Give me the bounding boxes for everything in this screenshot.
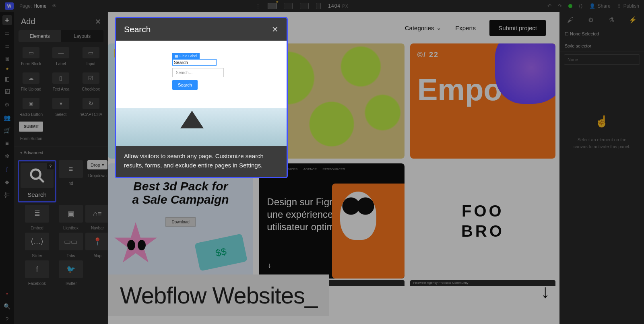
- facebook-icon: f: [25, 260, 49, 278]
- page-label: Page:: [19, 3, 32, 9]
- emp-blob-icon: [495, 43, 555, 104]
- search-tooltip: Search ✕ ▦ Field Label Search Search… Se…: [115, 17, 288, 178]
- page-icon[interactable]: 🗎: [2, 54, 12, 64]
- tab-elements[interactable]: Elements: [19, 30, 61, 42]
- element-input[interactable]: ▭Input: [77, 45, 105, 68]
- code-icon[interactable]: ⟨⟩: [579, 3, 583, 9]
- element-recaptcha[interactable]: ↻reCAPTCHA: [77, 95, 105, 119]
- tab-layouts[interactable]: Layouts: [61, 30, 104, 42]
- audit-icon[interactable]: ▪: [2, 289, 12, 298]
- section-advanced[interactable]: Advanced: [14, 147, 107, 158]
- element-form-block[interactable]: ▭Form Block: [17, 45, 45, 68]
- element-radio[interactable]: ◉Radio Button: [17, 95, 45, 119]
- card-figma[interactable]: DigidopSERVICESAGENCERESSOURCES Design s…: [259, 163, 404, 279]
- svg-point-0: [31, 169, 40, 179]
- star-icon: ★: [6, 67, 9, 71]
- left-rail: + ▭ ≣ 🗎 ★ ◧ 🖼 ⚙ 👥 🛒 ▣ ✻ ∫ ◆ {F ▪ 🔍 ?: [0, 12, 14, 324]
- download-button[interactable]: Download: [165, 217, 195, 227]
- element-file-upload[interactable]: ☁File Upload: [17, 70, 45, 94]
- nav-categories[interactable]: Categories ⌄: [405, 24, 442, 31]
- card-empo[interactable]: ©/ 22 Empo: [410, 43, 555, 159]
- element-dropdown[interactable]: Drop ▾Dropdown: [85, 160, 109, 202]
- element-form-button[interactable]: Form Button: [14, 134, 107, 143]
- style-panel: 🖌 ⚙ ⚗ ⚡ ☐ None Selected Style selector N…: [559, 12, 644, 324]
- add-panel: Add ✕ Elements Layouts ▭Form Block —Labe…: [14, 12, 108, 324]
- add-tabs: Elements Layouts: [19, 30, 103, 42]
- logic-icon[interactable]: ∫: [2, 164, 12, 174]
- card-3dpack[interactable]: Best 3d Pack fora Sale Campaign Download…: [108, 163, 253, 279]
- interactions-icon[interactable]: ⚗: [609, 16, 614, 24]
- settings-icon[interactable]: ⚙: [588, 16, 594, 24]
- element-tabs[interactable]: ▭▭Tabs: [59, 233, 83, 258]
- chevron-down-icon: ⌄: [436, 24, 442, 31]
- eyes-icon: [127, 240, 146, 250]
- card-food[interactable]: FOOBRO: [410, 163, 555, 279]
- cms-icon[interactable]: ◧: [2, 74, 12, 84]
- settings-gear-icon[interactable]: ✻: [2, 151, 12, 161]
- brush-icon[interactable]: 🖌: [567, 17, 574, 24]
- pages-icon[interactable]: ≣: [2, 41, 12, 51]
- redo-icon[interactable]: ↷: [558, 3, 562, 9]
- element-checkbox[interactable]: ☑Checkbox: [77, 70, 105, 94]
- settings-tree-icon[interactable]: ⚙: [2, 100, 12, 109]
- tooltip-description: Allow visitors to search any page. Custo…: [116, 146, 287, 177]
- element-slider[interactable]: ⟨…⟩Slider: [18, 233, 56, 258]
- element-label[interactable]: —Label: [47, 45, 75, 68]
- style-selector-input[interactable]: None: [564, 54, 640, 65]
- empty-state: ☝ Select an element on the canvas to act…: [560, 113, 644, 150]
- element-embed[interactable]: ≣Embed: [18, 205, 56, 230]
- device-mobile-icon[interactable]: [316, 3, 321, 9]
- search-nav-icon[interactable]: 🔍: [2, 301, 12, 311]
- twitter-icon: 🐦: [59, 260, 83, 278]
- canvas-width: 1404 PX: [328, 3, 348, 9]
- help-icon[interactable]: ?: [2, 314, 12, 324]
- map-pin-icon: 📍: [85, 233, 109, 250]
- help-badge-icon[interactable]: ?: [47, 163, 54, 169]
- form-icon[interactable]: {F: [2, 190, 12, 200]
- preview-eye-icon[interactable]: 👁: [52, 3, 57, 9]
- device-tablet-icon[interactable]: [284, 3, 293, 9]
- svg-line-1: [39, 177, 44, 182]
- webflow-logo-icon[interactable]: W: [5, 2, 14, 10]
- preview-search-button: Search: [172, 80, 198, 90]
- element-map[interactable]: 📍Map: [85, 233, 109, 258]
- none-selected: ☐ None Selected: [560, 28, 644, 40]
- device-tablet-landscape-icon[interactable]: [300, 3, 309, 9]
- share-button[interactable]: 👤 Share: [589, 3, 611, 9]
- element-search[interactable]: ? Search: [18, 160, 56, 202]
- ecommerce-icon[interactable]: 🛒: [2, 126, 12, 135]
- element-select[interactable]: ▾Select: [47, 95, 75, 119]
- tooltip-close-icon[interactable]: ✕: [272, 25, 279, 34]
- undo-icon[interactable]: ↶: [547, 3, 551, 9]
- preview-input: Search…: [172, 68, 224, 77]
- status-dot-icon: [568, 4, 572, 8]
- effects-icon[interactable]: ⚡: [629, 16, 637, 24]
- page-name[interactable]: Home: [33, 3, 46, 9]
- element-facebook[interactable]: fFacebook: [18, 260, 56, 286]
- element-navbar[interactable]: ⌂≡Navbar: [85, 205, 109, 230]
- tooltip-preview: ▦ Field Label Search Search… Search: [116, 41, 287, 146]
- add-icon[interactable]: +: [2, 15, 12, 25]
- cube-icon[interactable]: ◆: [2, 177, 12, 187]
- menu-dots-icon[interactable]: ⋮: [256, 3, 260, 9]
- nav-submit-project[interactable]: Submit project: [489, 20, 546, 36]
- apps-icon[interactable]: ▣: [2, 138, 12, 148]
- topbar: W Page: Home 👁 ⋮ 1404 PX ↶ ↷ ⟨⟩ 👤 Share …: [0, 0, 644, 12]
- figma-art-icon: [332, 184, 405, 279]
- users-icon[interactable]: 👥: [2, 113, 12, 122]
- element-submit-button-thumb[interactable]: SUBMIT: [19, 122, 43, 132]
- element-lightbox[interactable]: ▣Lightbox: [59, 205, 83, 230]
- assets-icon[interactable]: 🖼: [2, 87, 12, 97]
- nav-experts[interactable]: Experts: [455, 25, 476, 31]
- navigator-icon[interactable]: ▭: [2, 28, 12, 38]
- add-panel-title: Add: [21, 17, 35, 26]
- device-desktop-icon[interactable]: [268, 3, 277, 9]
- pointer-hand-icon: ☝: [571, 113, 633, 130]
- close-icon[interactable]: ✕: [95, 17, 101, 26]
- element-text-area[interactable]: ▯Text Area: [47, 70, 75, 94]
- element-list[interactable]: ≡nd: [59, 160, 83, 202]
- element-twitter[interactable]: 🐦Twitter: [59, 260, 83, 286]
- hero-title: Webflow Websites_: [108, 274, 329, 316]
- field-label-badge: ▦ Field Label: [172, 53, 200, 59]
- publish-button[interactable]: ⇪ Publish: [617, 3, 639, 9]
